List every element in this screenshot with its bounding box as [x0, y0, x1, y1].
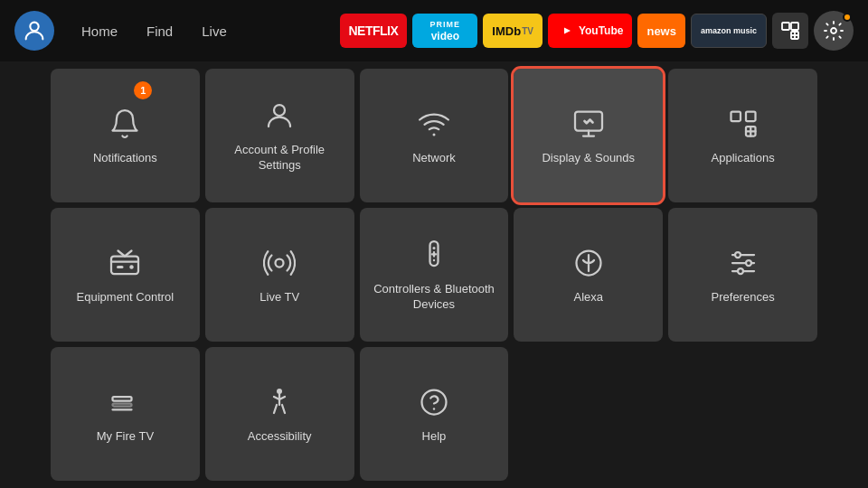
my-fire-tv-label: My Fire TV: [90, 429, 161, 445]
accessibility-icon: [261, 384, 297, 420]
netflix-app[interactable]: NETFLIX: [340, 14, 408, 48]
nav-live[interactable]: Live: [189, 16, 240, 46]
svg-point-0: [30, 23, 38, 31]
preferences-label: Preferences: [704, 290, 782, 305]
tile-display-sounds[interactable]: Display & Sounds: [514, 69, 663, 202]
help-label: Help: [415, 429, 454, 445]
prime-label-bottom: video: [431, 30, 459, 42]
youtube-label: YouTube: [579, 24, 624, 37]
svg-point-19: [130, 265, 135, 269]
network-label: Network: [405, 151, 463, 166]
equipment-label: Equipment Control: [70, 290, 182, 305]
prime-video-app[interactable]: prime video: [412, 14, 477, 48]
user-avatar[interactable]: [14, 11, 54, 51]
svg-point-20: [276, 258, 284, 267]
svg-point-31: [746, 260, 751, 266]
nav-home[interactable]: Home: [69, 16, 130, 46]
display-icon: [571, 106, 607, 142]
svg-rect-33: [113, 397, 132, 401]
amazon-music-app[interactable]: amazon music: [691, 14, 767, 48]
tv-icon: [107, 245, 143, 281]
tile-accessibility[interactable]: Accessibility: [205, 347, 354, 481]
alexa-icon: [571, 245, 607, 281]
sliders-icon: [725, 245, 761, 281]
imdb-tv-label: TV: [522, 26, 533, 36]
news-app[interactable]: news: [637, 14, 685, 48]
grid-button[interactable]: [772, 13, 808, 49]
svg-point-8: [831, 28, 836, 33]
svg-point-39: [433, 408, 435, 409]
svg-point-32: [738, 268, 743, 274]
tile-account[interactable]: Account & Profile Settings: [205, 69, 354, 202]
notifications-label: Notifications: [86, 151, 165, 166]
app-icons: NETFLIX prime video IMDb TV YouTube news…: [340, 11, 854, 51]
svg-rect-3: [782, 23, 789, 30]
live-tv-label: Live TV: [252, 290, 307, 305]
svg-point-25: [433, 259, 435, 261]
fire-icon: [107, 384, 143, 420]
tile-equipment[interactable]: Equipment Control: [51, 208, 200, 342]
svg-rect-12: [731, 111, 741, 121]
svg-rect-4: [791, 23, 798, 30]
bell-icon: [107, 106, 143, 142]
imdb-label: IMDb: [492, 24, 521, 38]
display-sounds-label: Display & Sounds: [534, 151, 642, 166]
svg-point-30: [735, 252, 741, 258]
nav-find[interactable]: Find: [134, 16, 185, 46]
person-icon: [261, 98, 297, 134]
wifi-icon: [416, 106, 452, 142]
apps-icon: [725, 106, 761, 142]
antenna-icon: [261, 245, 297, 281]
accessibility-label: Accessibility: [241, 429, 319, 445]
tile-applications[interactable]: Applications: [668, 69, 817, 202]
svg-point-9: [274, 105, 285, 116]
nav-links: Home Find Live: [69, 16, 240, 46]
remote-icon: [416, 237, 452, 273]
svg-rect-34: [113, 403, 132, 406]
applications-label: Applications: [704, 151, 782, 166]
tile-help[interactable]: Help: [360, 347, 509, 481]
alexa-label: Alexa: [567, 290, 611, 305]
svg-point-22: [432, 247, 435, 249]
tile-network[interactable]: Network: [360, 69, 509, 202]
prime-label-top: prime: [430, 20, 461, 29]
settings-grid: 1 Notifications Account & Profile Settin…: [0, 61, 868, 488]
amazon-music-label: amazon music: [701, 26, 757, 35]
svg-rect-17: [111, 256, 138, 274]
svg-point-38: [421, 389, 446, 414]
empty-slot-1: [514, 347, 663, 481]
svg-rect-18: [117, 266, 124, 268]
tile-notifications[interactable]: 1 Notifications: [51, 69, 200, 202]
tile-preferences[interactable]: Preferences: [668, 208, 817, 342]
imdb-app[interactable]: IMDb TV: [483, 14, 542, 48]
notification-badge: 1: [134, 81, 152, 99]
svg-rect-13: [746, 111, 756, 121]
tile-live-tv[interactable]: Live TV: [205, 208, 354, 342]
settings-button[interactable]: [814, 11, 854, 51]
empty-slot-2: [668, 347, 817, 481]
controllers-label: Controllers & Bluetooth Devices: [360, 282, 509, 313]
svg-point-10: [432, 133, 435, 136]
settings-notification-dot: [843, 13, 852, 22]
tile-controllers[interactable]: Controllers & Bluetooth Devices: [360, 208, 509, 342]
top-nav: Home Find Live NETFLIX prime video IMDb …: [0, 0, 868, 61]
youtube-app[interactable]: YouTube: [548, 14, 633, 48]
help-icon: [416, 384, 452, 420]
account-label: Account & Profile Settings: [205, 143, 354, 174]
tile-my-fire-tv[interactable]: My Fire TV: [51, 347, 200, 481]
tile-alexa[interactable]: Alexa: [514, 208, 663, 342]
news-label: news: [646, 24, 676, 38]
